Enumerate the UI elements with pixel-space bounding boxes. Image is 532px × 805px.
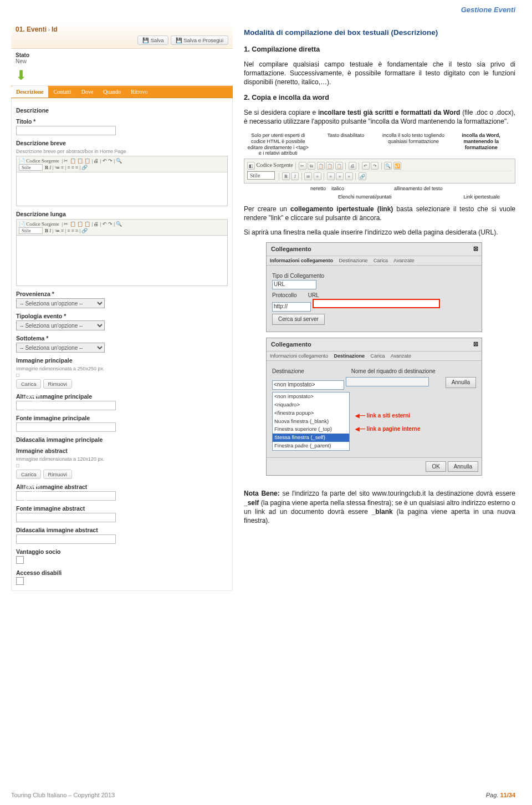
btn-annulla-top[interactable]: Annulla — [446, 377, 476, 388]
opt-top[interactable]: Finestra superiore (_top) — [273, 425, 349, 434]
find-icon[interactable]: 🔍 — [384, 162, 392, 170]
tab-descrizione[interactable]: Descrizione — [11, 86, 48, 98]
label-breve: Descrizione breve — [16, 140, 228, 146]
thumb-principale: immagine non disponibile — [16, 374, 19, 377]
label-lunga: Descrizione lunga — [16, 211, 228, 217]
close-icon-2[interactable]: ⊠ — [473, 340, 478, 348]
dlg2-tab-dest[interactable]: Destinazione — [334, 353, 365, 359]
btn-annulla[interactable]: Annulla — [448, 461, 478, 472]
input-did2[interactable] — [16, 534, 116, 544]
close-icon[interactable]: ⊠ — [473, 244, 478, 253]
paste-icon[interactable]: 📋 — [317, 162, 325, 170]
toolbar-annotation: Solo per utenti esperti di codice HTML è… — [244, 133, 515, 200]
opt-riquadro[interactable]: <riquadro> — [273, 401, 349, 409]
dlg1-tab-avanz[interactable]: Avanzate — [393, 258, 414, 263]
instructions: Modalità di compilazione dei box testual… — [244, 28, 515, 531]
opt-popup[interactable]: <finestra popup> — [273, 409, 349, 417]
ul-icon[interactable]: ≡ — [314, 172, 321, 180]
italic-icon[interactable]: I — [291, 172, 299, 180]
paste-text-icon[interactable]: 📋 — [326, 162, 334, 170]
select-tipologia[interactable]: -- Seleziona un'opzione -- — [16, 320, 105, 330]
editor-lunga[interactable]: 📄 Codice Sorgente | ✂ 📋 📋 📋 | 🖨 | ↶ ↷ | … — [16, 219, 228, 286]
dlg1-tab-dest[interactable]: Destinazione — [339, 258, 368, 263]
opt-blank[interactable]: Nuova finestra (_blank) — [273, 417, 349, 426]
input-titolo[interactable] — [16, 126, 116, 135]
opt-parent[interactable]: Finestra padre (_parent) — [273, 442, 349, 450]
undo-icon[interactable]: ↶ — [362, 162, 370, 170]
btn-rimuovi-2[interactable]: Rimuovi — [43, 470, 72, 479]
arrow-down-icon: ⬇ — [11, 68, 233, 85]
lbl-proto: Protocollo — [272, 292, 306, 299]
form-header: 01. Eventi › Id 💾 Salva 💾 Salva e Proseg… — [11, 22, 233, 49]
print-icon[interactable]: 🖨 — [349, 162, 356, 170]
dlg2-tab-info[interactable]: Informazioni collegamento — [270, 353, 328, 359]
section-descrizione: Descrizione — [16, 107, 228, 114]
dlg1-tab-carica[interactable]: Carica — [374, 258, 388, 263]
link-icon[interactable]: 🔗 — [359, 172, 366, 180]
s1-body: Nel compilare qualsiasi campo testuale è… — [244, 60, 515, 87]
dest-listbox[interactable]: <non impostato> <riquadro> <finestra pop… — [272, 392, 350, 451]
source-icon[interactable]: ◧ — [247, 162, 255, 170]
select-proto[interactable]: http:// — [272, 302, 311, 312]
opt-self[interactable]: Stessa finestra (_self) — [273, 434, 349, 442]
select-tipo[interactable]: URL — [272, 280, 316, 289]
editor-breve[interactable]: 📄 Codice Sorgente | ✂ 📋 📋 📋 | 🖨 | ↶ ↷ | … — [16, 156, 228, 206]
input-frame-name[interactable] — [346, 377, 429, 386]
select-sottotema[interactable]: -- Seleziona un'opzione -- — [16, 343, 105, 353]
input-fonte1[interactable] — [16, 422, 116, 432]
btn-carica-1[interactable]: Carica — [16, 379, 41, 389]
annot-paste-plain: incolla il solo testo togliendo qualsias… — [381, 133, 446, 156]
btn-browse-server[interactable]: Cerca sul server — [272, 314, 325, 325]
align-center-icon[interactable]: ≡ — [336, 172, 344, 180]
input-fonte2[interactable] — [16, 513, 116, 522]
lbl-dest: Destinazione — [272, 368, 350, 375]
tab-quando[interactable]: Quando — [98, 86, 126, 98]
btn-rimuovi-1[interactable]: Rimuovi — [43, 379, 72, 389]
dlg2-tab-carica[interactable]: Carica — [371, 353, 385, 359]
p-link-2: Si aprirà una finestra nella quale inser… — [244, 228, 515, 237]
bold-icon[interactable]: B — [282, 172, 290, 180]
paste-word-icon[interactable]: 📋 — [335, 162, 343, 170]
label-fonte2: Fonte immagine abstract — [16, 505, 228, 512]
tab-contatti[interactable]: Contatti — [48, 86, 76, 98]
chk-accesso[interactable] — [16, 577, 24, 585]
replace-icon[interactable]: 🔁 — [393, 162, 401, 170]
chk-vantaggio[interactable] — [16, 556, 24, 564]
dlg2-tab-avanz[interactable]: Avanzate — [391, 353, 411, 359]
save-continue-button[interactable]: 💾 Salva e Prosegui — [171, 35, 228, 45]
p-link-1: Per creare un collegamento ipertestuale … — [244, 205, 515, 222]
thumb-abstract: immagine non disponibile — [16, 464, 19, 467]
btn-carica-2[interactable]: Carica — [16, 470, 41, 479]
dlg1-title: Collegamento⊠ — [267, 243, 482, 256]
editor-toolbar-2[interactable]: 📄 Codice Sorgente | ✂ 📋 📋 📋 | 🖨 | ↶ ↷ | … — [17, 220, 227, 236]
select-dest[interactable]: <non impostato> — [272, 380, 344, 390]
btn-ok[interactable]: OK — [426, 461, 446, 472]
form-panel: 01. Eventi › Id 💾 Salva 💾 Salva e Proseg… — [11, 22, 233, 591]
redo-icon[interactable]: ↷ — [371, 162, 378, 170]
annot-bold: neretto — [310, 186, 326, 192]
lbl-url: URL — [308, 292, 319, 298]
ol-icon[interactable]: ≔ — [304, 172, 312, 180]
label-sottotema: Sottotema * — [16, 335, 228, 342]
opt-non-impostato[interactable]: <non impostato> — [273, 393, 349, 401]
nota-bene: Nota Bene: se l'indirizzo fa parte del s… — [244, 489, 515, 525]
align-right-icon[interactable]: ≡ — [345, 172, 353, 180]
cut-icon[interactable]: ✂ — [299, 162, 306, 170]
label-provenienza: Provenienza * — [16, 291, 228, 297]
lbl-frame-name: Nome del riquadro di destinazione — [351, 368, 436, 374]
style-select[interactable]: Stile — [247, 171, 275, 180]
align-left-icon[interactable]: ≡ — [327, 172, 335, 180]
dlg1-tab-info[interactable]: Informazioni collegamento — [270, 258, 333, 263]
select-provenienza[interactable]: -- Seleziona un'opzione -- — [16, 298, 105, 308]
input-url[interactable] — [313, 299, 440, 308]
label-immagine: Immagine principale — [16, 357, 228, 364]
tab-ritrovo[interactable]: Ritrovo — [126, 86, 153, 98]
copy-icon[interactable]: ⧉ — [308, 162, 315, 170]
doc-header: Gestione Eventi — [0, 0, 532, 14]
editor-toolbar[interactable]: 📄 Codice Sorgente | ✂ 📋 📋 📋 | 🖨 | ↶ ↷ | … — [17, 156, 227, 172]
label-vantaggio: Vantaggio socio — [16, 548, 228, 555]
dlg2-tabs: Informazioni collegamento Destinazione C… — [267, 351, 482, 361]
save-button[interactable]: 💾 Salva — [137, 35, 168, 45]
tab-dove[interactable]: Dove — [76, 86, 99, 98]
status-row: StatoNew — [11, 49, 233, 68]
